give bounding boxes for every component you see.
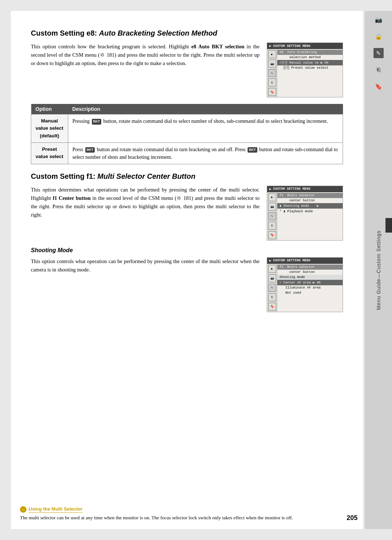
col-option: Option <box>31 104 68 114</box>
table-cell-desc2: Press BKT button and rotate main command… <box>68 142 343 164</box>
bottom-note: ○ Using the Multi Selector The multi sel… <box>20 506 363 522</box>
tab-label: Menu Guide—Custom Settings <box>376 230 381 310</box>
tab-icon-lock: 🔒 <box>373 31 384 41</box>
heading-f1: Custom Setting f1: Multi Selector Center… <box>31 172 343 181</box>
tab-icon-timer: ⎗ <box>373 65 384 75</box>
table-cell-desc1: Pressing BKT button, rotate main command… <box>68 114 343 143</box>
intro-text-e8: This option controls how the bracketing … <box>31 43 260 97</box>
screen-f1b: ▶ CUSTOM SETTING MENU ▶ 📷 ✎ ⎗ 🔖 f1 Multi… <box>267 257 343 312</box>
table-row: Manualvalue select(default) Pressing BKT… <box>31 114 343 143</box>
screen-f1a: ▶ CUSTOM SETTING MENU ▶ 📷 ✎ ⎗ 🔖 f1 Multi… <box>267 186 343 241</box>
note-body-text: The multi selector can be used at any ti… <box>20 514 363 522</box>
shooting-mode-section: This option controls what operation can … <box>31 257 343 312</box>
shooting-mode-text: This option controls what operation can … <box>31 257 260 312</box>
note-icon: ○ <box>20 506 26 513</box>
f1-intro-section: This option determines what operations c… <box>31 186 343 241</box>
note-title-text: Using the Multi Selector <box>29 506 82 513</box>
tab-icons: 📷 🔒 ✎ ⎗ 🔖 <box>365 11 392 92</box>
tab-icon-camera: 📷 <box>373 15 384 25</box>
page-number: 205 <box>347 514 358 522</box>
screen-e8: ▶ CUSTOM SETTING MENU ▶ 📷 ✎ ⎗ 🔖 e8 Auto … <box>267 43 343 97</box>
table-row: Presetvalue select Press BKT button and … <box>31 142 343 164</box>
tab-icon-pencil-active: ✎ <box>373 48 384 58</box>
heading-shooting-mode: Shooting Mode <box>31 247 343 254</box>
heading-e8: Custom Setting e8: Auto Bracketing Selec… <box>31 29 343 37</box>
tab-icon-bookmark: 🔖 <box>373 81 384 92</box>
dark-accent-tab <box>385 218 392 233</box>
options-table: Option Description Manualvalue select(de… <box>31 104 343 164</box>
col-description: Description <box>68 104 343 114</box>
